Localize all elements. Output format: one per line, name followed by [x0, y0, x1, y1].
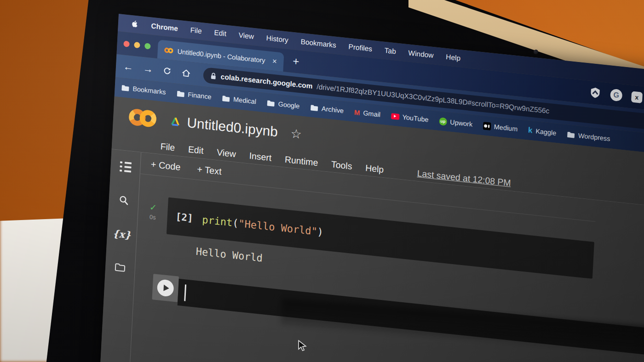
folder-icon	[267, 99, 276, 107]
add-text-button[interactable]: + Text	[197, 164, 222, 177]
colab-favicon	[164, 46, 174, 54]
colab-menu-tools[interactable]: Tools	[331, 159, 352, 172]
url-host: colab.research.google.com	[220, 73, 313, 90]
x-extension-icon[interactable]: x	[631, 91, 643, 103]
new-tab-button[interactable]: +	[293, 55, 299, 68]
bookmark-archive[interactable]: Archive	[310, 104, 344, 115]
bookmark-upwork[interactable]: up Upwork	[439, 117, 473, 129]
menu-item-view[interactable]: View	[238, 31, 254, 41]
run-cell-button[interactable]	[152, 274, 179, 302]
window-controls	[117, 40, 158, 50]
kaggle-icon: k	[528, 125, 533, 135]
bookmark-label: Medium	[494, 123, 518, 133]
bookmark-gmail[interactable]: M Gmail	[354, 108, 381, 119]
bookmark-label: Upwork	[450, 119, 473, 128]
bookmark-medium[interactable]: Medium	[483, 122, 518, 133]
play-icon	[157, 279, 174, 297]
bookmark-youtube[interactable]: YouTube	[391, 112, 429, 124]
menu-item-window[interactable]: Window	[408, 49, 434, 60]
folder-icon	[121, 84, 130, 92]
lock-icon[interactable]	[210, 72, 217, 80]
bookmark-label: Finance	[188, 91, 212, 101]
gmail-icon: M	[354, 108, 360, 116]
zoom-window-button[interactable]	[144, 43, 151, 49]
shield-extension-icon[interactable]	[589, 86, 601, 100]
bookmark-label: Wordpress	[578, 132, 610, 142]
menu-item-profiles[interactable]: Profiles	[348, 43, 372, 53]
cell-gutter: ✓ 0s	[137, 194, 168, 234]
folder-icon	[567, 131, 575, 139]
bookmark-label: Bookmarks	[132, 85, 166, 96]
bookmark-label: Google	[278, 100, 299, 110]
table-of-contents-icon[interactable]	[120, 161, 132, 173]
colab-menu-insert[interactable]: Insert	[249, 150, 272, 163]
bookmark-bookmarks[interactable]: Bookmarks	[121, 84, 166, 96]
bookmark-kaggle[interactable]: k Kaggle	[528, 125, 557, 137]
folder-icon	[310, 104, 319, 112]
menu-item-tab[interactable]: Tab	[384, 46, 396, 56]
colab-menu-help[interactable]: Help	[365, 162, 384, 175]
menu-item-edit[interactable]: Edit	[214, 28, 227, 38]
drive-icon	[169, 115, 182, 128]
colab-menu-runtime[interactable]: Runtime	[285, 154, 318, 168]
forward-button[interactable]: →	[143, 63, 153, 74]
colab-menu-edit[interactable]: Edit	[188, 144, 204, 156]
reload-button[interactable]	[162, 66, 172, 76]
execution-count[interactable]: [2]	[175, 211, 193, 224]
mouse-cursor	[297, 340, 308, 352]
bookmark-label: Kaggle	[535, 127, 557, 137]
medium-icon	[483, 122, 491, 130]
star-button[interactable]: ☆	[290, 126, 302, 142]
variables-icon[interactable]: {x}	[113, 227, 132, 241]
extension-icons: G x	[589, 86, 643, 104]
bookmark-label: Gmail	[363, 109, 381, 119]
close-window-button[interactable]	[123, 40, 130, 47]
cell-success-check-icon: ✓	[149, 203, 157, 212]
files-folder-icon[interactable]	[115, 262, 126, 273]
back-button[interactable]: ←	[123, 62, 133, 73]
menu-item-help[interactable]: Help	[446, 53, 461, 62]
youtube-icon	[391, 113, 400, 120]
menu-item-chrome[interactable]: Chrome	[151, 22, 178, 33]
notebook-title[interactable]: Untitled0.ipynb	[187, 115, 278, 140]
search-icon[interactable]	[118, 194, 129, 206]
home-button[interactable]	[181, 68, 191, 78]
menu-item-file[interactable]: File	[190, 26, 202, 35]
colab-menu-view[interactable]: View	[217, 147, 236, 159]
menu-item-history[interactable]: History	[266, 34, 288, 45]
webcam	[534, 50, 538, 54]
text-cursor	[184, 284, 186, 301]
bookmark-label: YouTube	[402, 113, 429, 124]
code-line: print("Hello World")	[202, 214, 324, 238]
colab-menu-file[interactable]: File	[160, 141, 175, 153]
menu-item-bookmarks[interactable]: Bookmarks	[300, 38, 336, 50]
close-tab-icon[interactable]: ✕	[272, 57, 277, 65]
colab-logo	[128, 107, 157, 130]
minimize-window-button[interactable]	[134, 41, 140, 48]
bookmark-google[interactable]: Google	[267, 99, 300, 110]
cell-duration: 0s	[150, 213, 156, 221]
bookmark-finance[interactable]: Finance	[176, 90, 212, 101]
upwork-icon: up	[439, 117, 447, 126]
bookmark-wordpress[interactable]: Wordpress	[567, 130, 610, 142]
folder-icon	[176, 90, 185, 98]
bookmark-medical[interactable]: Medical	[222, 94, 256, 105]
folder-icon	[222, 95, 230, 102]
google-extension-icon[interactable]: G	[610, 89, 622, 102]
add-code-button[interactable]: + Code	[150, 159, 181, 173]
bookmark-label: Archive	[322, 105, 344, 114]
apple-icon[interactable]	[131, 20, 138, 29]
bookmark-label: Medical	[233, 96, 257, 105]
